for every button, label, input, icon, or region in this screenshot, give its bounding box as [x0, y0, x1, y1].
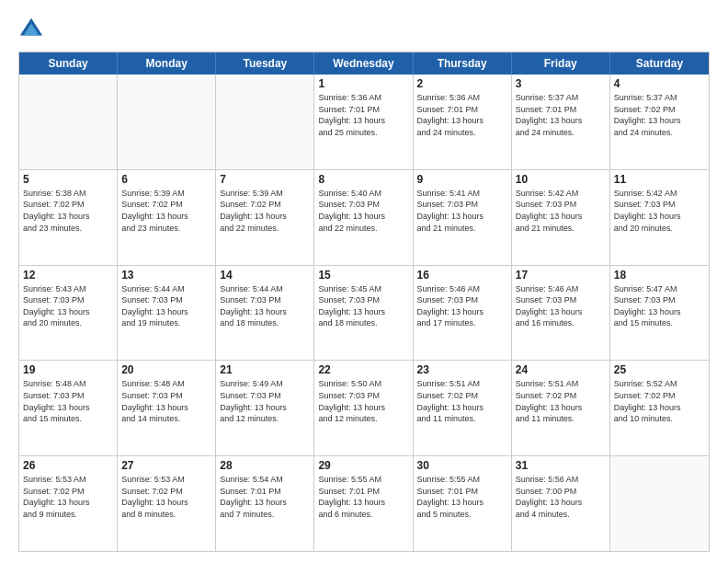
cal-cell-14: 14Sunrise: 5:44 AM Sunset: 7:03 PM Dayli… — [216, 266, 314, 361]
day-info: Sunrise: 5:47 AM Sunset: 7:03 PM Dayligh… — [614, 283, 705, 329]
cal-cell-2: 2Sunrise: 5:36 AM Sunset: 7:01 PM Daylig… — [414, 75, 512, 169]
cal-cell-7: 7Sunrise: 5:39 AM Sunset: 7:02 PM Daylig… — [216, 170, 314, 265]
header-cell-friday: Friday — [512, 52, 610, 75]
day-info: Sunrise: 5:36 AM Sunset: 7:01 PM Dayligh… — [417, 92, 507, 138]
day-number: 17 — [516, 269, 606, 282]
cal-cell-6: 6Sunrise: 5:39 AM Sunset: 7:02 PM Daylig… — [118, 170, 216, 265]
cal-cell-24: 24Sunrise: 5:51 AM Sunset: 7:02 PM Dayli… — [512, 361, 610, 455]
day-info: Sunrise: 5:53 AM Sunset: 7:02 PM Dayligh… — [121, 474, 211, 520]
calendar-week-3: 19Sunrise: 5:48 AM Sunset: 7:03 PM Dayli… — [19, 361, 709, 456]
cal-cell-9: 9Sunrise: 5:41 AM Sunset: 7:03 PM Daylig… — [414, 170, 512, 265]
header-cell-wednesday: Wednesday — [314, 52, 413, 75]
day-number: 6 — [121, 173, 211, 186]
cal-cell-21: 21Sunrise: 5:49 AM Sunset: 7:03 PM Dayli… — [216, 361, 314, 455]
calendar-header-row: SundayMondayTuesdayWednesdayThursdayFrid… — [19, 52, 709, 75]
cal-cell-11: 11Sunrise: 5:42 AM Sunset: 7:03 PM Dayli… — [610, 170, 709, 265]
cal-cell-29: 29Sunrise: 5:55 AM Sunset: 7:01 PM Dayli… — [314, 456, 413, 551]
logo-icon — [18, 17, 44, 42]
day-number: 2 — [417, 77, 507, 90]
day-info: Sunrise: 5:41 AM Sunset: 7:03 PM Dayligh… — [417, 188, 507, 234]
day-number: 14 — [220, 269, 310, 282]
day-info: Sunrise: 5:53 AM Sunset: 7:02 PM Dayligh… — [23, 474, 113, 520]
day-number: 23 — [417, 363, 507, 376]
day-info: Sunrise: 5:52 AM Sunset: 7:02 PM Dayligh… — [614, 378, 705, 424]
day-info: Sunrise: 5:37 AM Sunset: 7:02 PM Dayligh… — [614, 92, 705, 138]
day-number: 20 — [121, 363, 211, 376]
header-cell-saturday: Saturday — [610, 52, 709, 75]
cal-cell-empty-6 — [610, 456, 709, 551]
day-info: Sunrise: 5:42 AM Sunset: 7:03 PM Dayligh… — [614, 188, 705, 234]
header-cell-tuesday: Tuesday — [216, 52, 314, 75]
header-cell-sunday: Sunday — [19, 52, 118, 75]
day-info: Sunrise: 5:36 AM Sunset: 7:01 PM Dayligh… — [318, 92, 408, 138]
day-number: 3 — [516, 77, 606, 90]
day-info: Sunrise: 5:54 AM Sunset: 7:01 PM Dayligh… — [220, 474, 310, 520]
day-number: 21 — [220, 363, 310, 376]
cal-cell-18: 18Sunrise: 5:47 AM Sunset: 7:03 PM Dayli… — [610, 266, 709, 361]
cal-cell-25: 25Sunrise: 5:52 AM Sunset: 7:02 PM Dayli… — [610, 361, 709, 455]
day-info: Sunrise: 5:48 AM Sunset: 7:03 PM Dayligh… — [23, 378, 113, 424]
day-number: 19 — [23, 363, 113, 376]
cal-cell-empty-0 — [19, 75, 118, 169]
day-number: 24 — [516, 363, 606, 376]
calendar-week-1: 5Sunrise: 5:38 AM Sunset: 7:02 PM Daylig… — [19, 170, 709, 266]
day-number: 5 — [23, 173, 113, 186]
day-number: 16 — [417, 269, 507, 282]
cal-cell-22: 22Sunrise: 5:50 AM Sunset: 7:03 PM Dayli… — [314, 361, 413, 455]
day-info: Sunrise: 5:55 AM Sunset: 7:01 PM Dayligh… — [417, 474, 507, 520]
day-info: Sunrise: 5:49 AM Sunset: 7:03 PM Dayligh… — [220, 378, 310, 424]
calendar-body: 1Sunrise: 5:36 AM Sunset: 7:01 PM Daylig… — [19, 75, 709, 551]
day-info: Sunrise: 5:51 AM Sunset: 7:02 PM Dayligh… — [417, 378, 507, 424]
cal-cell-12: 12Sunrise: 5:43 AM Sunset: 7:03 PM Dayli… — [19, 266, 118, 361]
day-info: Sunrise: 5:42 AM Sunset: 7:03 PM Dayligh… — [516, 188, 606, 234]
cal-cell-30: 30Sunrise: 5:55 AM Sunset: 7:01 PM Dayli… — [414, 456, 512, 551]
day-info: Sunrise: 5:46 AM Sunset: 7:03 PM Dayligh… — [417, 283, 507, 329]
day-info: Sunrise: 5:46 AM Sunset: 7:03 PM Dayligh… — [516, 283, 606, 329]
calendar-week-2: 12Sunrise: 5:43 AM Sunset: 7:03 PM Dayli… — [19, 266, 709, 362]
cal-cell-23: 23Sunrise: 5:51 AM Sunset: 7:02 PM Dayli… — [414, 361, 512, 455]
header-cell-monday: Monday — [118, 52, 216, 75]
page-header — [18, 17, 710, 42]
day-number: 4 — [614, 77, 705, 90]
cal-cell-empty-1 — [118, 75, 216, 169]
cal-cell-5: 5Sunrise: 5:38 AM Sunset: 7:02 PM Daylig… — [19, 170, 118, 265]
cal-cell-27: 27Sunrise: 5:53 AM Sunset: 7:02 PM Dayli… — [118, 456, 216, 551]
header-cell-thursday: Thursday — [414, 52, 512, 75]
day-info: Sunrise: 5:45 AM Sunset: 7:03 PM Dayligh… — [318, 283, 408, 329]
day-info: Sunrise: 5:43 AM Sunset: 7:03 PM Dayligh… — [23, 283, 113, 329]
cal-cell-17: 17Sunrise: 5:46 AM Sunset: 7:03 PM Dayli… — [512, 266, 610, 361]
day-number: 31 — [516, 459, 606, 472]
logo — [18, 17, 48, 42]
day-info: Sunrise: 5:44 AM Sunset: 7:03 PM Dayligh… — [220, 283, 310, 329]
cal-cell-13: 13Sunrise: 5:44 AM Sunset: 7:03 PM Dayli… — [118, 266, 216, 361]
cal-cell-4: 4Sunrise: 5:37 AM Sunset: 7:02 PM Daylig… — [610, 75, 709, 169]
day-number: 7 — [220, 173, 310, 186]
day-info: Sunrise: 5:55 AM Sunset: 7:01 PM Dayligh… — [318, 474, 408, 520]
cal-cell-15: 15Sunrise: 5:45 AM Sunset: 7:03 PM Dayli… — [314, 266, 413, 361]
day-number: 29 — [318, 459, 408, 472]
day-info: Sunrise: 5:40 AM Sunset: 7:03 PM Dayligh… — [318, 188, 408, 234]
day-number: 18 — [614, 269, 705, 282]
day-number: 13 — [121, 269, 211, 282]
calendar: SundayMondayTuesdayWednesdayThursdayFrid… — [18, 52, 710, 552]
day-info: Sunrise: 5:38 AM Sunset: 7:02 PM Dayligh… — [23, 188, 113, 234]
day-number: 11 — [614, 173, 705, 186]
day-number: 26 — [23, 459, 113, 472]
cal-cell-26: 26Sunrise: 5:53 AM Sunset: 7:02 PM Dayli… — [19, 456, 118, 551]
day-info: Sunrise: 5:50 AM Sunset: 7:03 PM Dayligh… — [318, 378, 408, 424]
cal-cell-31: 31Sunrise: 5:56 AM Sunset: 7:00 PM Dayli… — [512, 456, 610, 551]
day-number: 15 — [318, 269, 408, 282]
day-number: 27 — [121, 459, 211, 472]
day-info: Sunrise: 5:48 AM Sunset: 7:03 PM Dayligh… — [121, 378, 211, 424]
calendar-week-4: 26Sunrise: 5:53 AM Sunset: 7:02 PM Dayli… — [19, 456, 709, 551]
day-number: 8 — [318, 173, 408, 186]
day-info: Sunrise: 5:44 AM Sunset: 7:03 PM Dayligh… — [121, 283, 211, 329]
day-info: Sunrise: 5:51 AM Sunset: 7:02 PM Dayligh… — [516, 378, 606, 424]
day-number: 22 — [318, 363, 408, 376]
cal-cell-20: 20Sunrise: 5:48 AM Sunset: 7:03 PM Dayli… — [118, 361, 216, 455]
day-number: 9 — [417, 173, 507, 186]
cal-cell-1: 1Sunrise: 5:36 AM Sunset: 7:01 PM Daylig… — [314, 75, 413, 169]
cal-cell-3: 3Sunrise: 5:37 AM Sunset: 7:01 PM Daylig… — [512, 75, 610, 169]
calendar-week-0: 1Sunrise: 5:36 AM Sunset: 7:01 PM Daylig… — [19, 75, 709, 170]
day-number: 30 — [417, 459, 507, 472]
